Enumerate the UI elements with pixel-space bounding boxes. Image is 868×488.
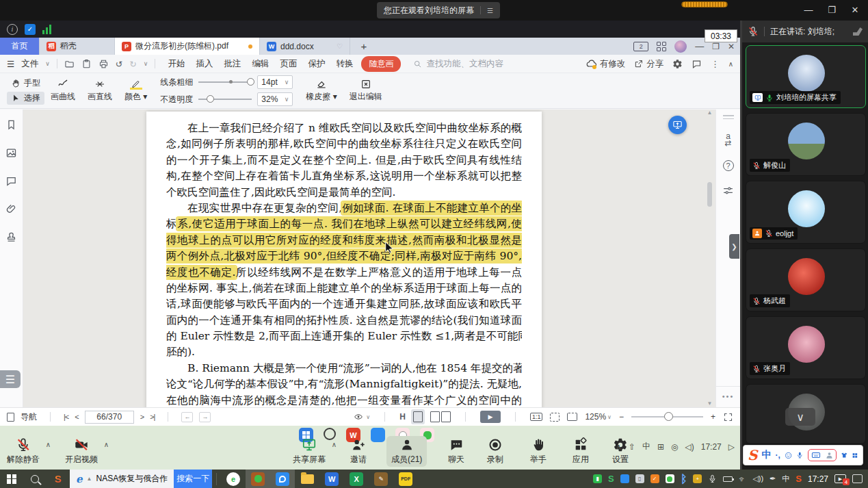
app-close-button[interactable]: ✕ bbox=[728, 42, 735, 51]
open-file-icon[interactable] bbox=[64, 59, 75, 69]
comment-icon[interactable] bbox=[692, 59, 702, 69]
zoom-slider[interactable] bbox=[631, 416, 703, 418]
free-draw-mode-button[interactable]: 随意画 bbox=[361, 56, 401, 72]
tray-expand-icon[interactable]: ∧ bbox=[616, 442, 622, 452]
taskbar-word[interactable]: W bbox=[319, 470, 344, 488]
tray-pin-icon[interactable]: ⇧ bbox=[629, 442, 635, 452]
clipboard-icon[interactable] bbox=[81, 59, 92, 69]
draw-line-tool[interactable]: 画直线 bbox=[88, 79, 112, 103]
tab-word-document[interactable]: W ddd.docx ♡ bbox=[260, 38, 350, 55]
zoom-out-icon[interactable]: − bbox=[619, 412, 624, 422]
menu-insert[interactable]: 插入 bbox=[190, 58, 218, 70]
single-page-icon[interactable] bbox=[413, 411, 423, 422]
app-minimize-button[interactable]: — bbox=[695, 41, 704, 51]
more-menu-icon[interactable]: ⋮ bbox=[711, 59, 720, 69]
ime-toolbar[interactable]: S 中 ·, bbox=[743, 445, 863, 465]
attachment-icon[interactable] bbox=[5, 203, 17, 215]
outline-list-icon[interactable]: ☰ bbox=[0, 370, 21, 388]
security-check-icon[interactable]: ✓ bbox=[650, 474, 659, 483]
taskbar-file-explorer[interactable] bbox=[295, 470, 319, 488]
scroll-down-icon[interactable]: ▼ bbox=[707, 400, 713, 407]
participant-tile-sharer[interactable]: 刘培培的屏幕共享 bbox=[746, 45, 866, 108]
taskbar-clock[interactable]: 17:27 bbox=[808, 474, 828, 484]
comment-panel-icon[interactable] bbox=[5, 175, 17, 187]
participant-tile[interactable]: 解俊山 bbox=[746, 113, 866, 176]
adjust-sliders-icon[interactable] bbox=[722, 185, 734, 196]
emoji-icon[interactable] bbox=[785, 450, 792, 461]
participant-tile[interactable]: 杨武超 bbox=[746, 248, 866, 311]
vertical-scrollbar[interactable]: ▲ ▼ bbox=[707, 110, 713, 407]
panel-drag-handle[interactable] bbox=[723, 115, 734, 119]
tray-layout-icon[interactable]: ⊞ bbox=[657, 442, 664, 452]
usb-safe-icon[interactable]: ▮ bbox=[593, 474, 602, 483]
ime-punctuation-toggle[interactable]: ·, bbox=[775, 450, 780, 460]
new-tab-button[interactable]: + bbox=[350, 38, 378, 55]
taskbar-pdf-app[interactable]: PDF bbox=[393, 470, 418, 488]
play-presentation-button[interactable]: ▶ bbox=[480, 411, 501, 423]
battery-icon[interactable] bbox=[723, 476, 733, 482]
file-menu[interactable]: ☰ 文件 ∨ bbox=[7, 58, 50, 70]
tab-home[interactable]: 首页 bbox=[0, 38, 40, 55]
apps-button[interactable]: 应用 bbox=[573, 437, 589, 465]
volume-icon[interactable]: ◁)) bbox=[752, 474, 763, 483]
history-forward-icon[interactable]: → bbox=[199, 412, 211, 422]
opacity-slider[interactable] bbox=[198, 99, 252, 100]
draw-curve-tool[interactable]: 画曲线 bbox=[51, 79, 75, 103]
meeting-tray-icon[interactable] bbox=[620, 474, 629, 483]
scroll-thumb[interactable] bbox=[707, 182, 712, 207]
translate-icon[interactable]: a⇄ bbox=[724, 133, 731, 146]
menu-edit[interactable]: 编辑 bbox=[246, 58, 274, 70]
sidebar-expander-handle[interactable]: ❯ bbox=[729, 234, 739, 259]
eye-protect-mode[interactable]: ∨ bbox=[353, 412, 370, 422]
font-size-select[interactable]: 14pt∨ bbox=[257, 75, 293, 89]
command-search[interactable]: 查找功能、文档内容 bbox=[413, 58, 503, 70]
media-notifications-icon[interactable]: ▶4 bbox=[834, 474, 846, 483]
eraser-tool[interactable]: 橡皮擦 ▾ bbox=[306, 79, 337, 103]
sogou-red-icon[interactable]: S bbox=[795, 474, 802, 484]
scroll-up-icon[interactable]: ▲ bbox=[707, 110, 713, 116]
chat-button[interactable]: 聊天 bbox=[448, 437, 464, 465]
soft-keyboard-icon[interactable] bbox=[811, 450, 821, 460]
ime-mode-toggle[interactable]: 中 bbox=[761, 449, 771, 461]
info-icon[interactable]: i bbox=[7, 24, 18, 35]
skin-tshirt-icon[interactable] bbox=[841, 450, 848, 460]
shield-icon[interactable]: ✓ bbox=[25, 24, 36, 35]
voice-input-icon[interactable] bbox=[796, 450, 804, 460]
bluetooth-icon[interactable]: ᛒ bbox=[681, 473, 687, 485]
pen-icon[interactable]: ✒ bbox=[770, 474, 776, 483]
menu-start[interactable]: 开始 bbox=[162, 58, 190, 70]
minimize-button[interactable]: — bbox=[800, 3, 817, 16]
next-page-icon[interactable]: > bbox=[140, 413, 144, 421]
signal-bars-icon[interactable] bbox=[42, 25, 51, 34]
restore-button[interactable]: ❐ bbox=[823, 3, 841, 16]
browser-address-widget[interactable]: e ▲ NASA恢复与俄合作 bbox=[70, 470, 174, 488]
workspace-grid-icon[interactable] bbox=[657, 42, 666, 51]
print-icon[interactable] bbox=[98, 59, 109, 69]
bookmark-icon[interactable] bbox=[5, 119, 17, 131]
help-icon[interactable]: ? bbox=[723, 160, 734, 171]
invite-button[interactable]: 邀请 bbox=[350, 437, 367, 465]
share-options-caret[interactable]: ∧ bbox=[332, 441, 337, 448]
taskbar-meeting-app[interactable] bbox=[270, 470, 295, 488]
sogou-logo-icon[interactable]: S bbox=[748, 448, 757, 462]
zoom-level-select[interactable]: 125%∨ bbox=[585, 412, 611, 422]
tray-mic-icon[interactable] bbox=[708, 474, 717, 483]
ime-indicator[interactable]: 中 bbox=[782, 474, 789, 484]
first-page-icon[interactable]: |< bbox=[64, 413, 68, 421]
reader-mode-icon[interactable]: H bbox=[399, 412, 406, 422]
share-screen-button[interactable]: 共享屏幕 ∧ bbox=[293, 437, 326, 465]
start-button[interactable] bbox=[0, 470, 23, 488]
exit-edit-button[interactable]: 退出编辑 bbox=[350, 79, 382, 103]
close-button[interactable]: ✕ bbox=[846, 3, 864, 16]
prev-page-icon[interactable]: < bbox=[75, 413, 78, 421]
hand-tool[interactable]: 手型 bbox=[7, 77, 44, 90]
sogou-taskbar-icon[interactable]: S bbox=[47, 470, 70, 488]
fit-width-icon[interactable] bbox=[567, 413, 577, 421]
collapse-ribbon-icon[interactable]: ∧ bbox=[728, 60, 733, 68]
select-tool[interactable]: 选择 bbox=[7, 92, 44, 105]
usb-drive-icon[interactable]: ▯ bbox=[635, 474, 644, 483]
image-icon[interactable] bbox=[5, 147, 17, 159]
wifi-icon[interactable]: ᯤ bbox=[739, 475, 746, 483]
tab-pdf-document[interactable]: P 微分流形初步(陈维桓).pdf bbox=[115, 38, 260, 55]
menu-protect[interactable]: 保护 bbox=[302, 58, 330, 70]
